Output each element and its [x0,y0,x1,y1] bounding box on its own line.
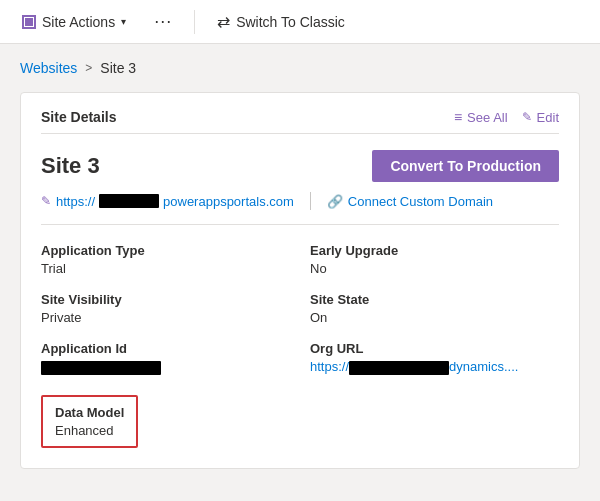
switch-icon: ⇄ [217,12,230,31]
switch-to-classic-label: Switch To Classic [236,14,345,30]
details-grid: Application Type Trial Early Upgrade No … [41,243,559,375]
application-type-value: Trial [41,261,290,276]
breadcrumb-parent[interactable]: Websites [20,60,77,76]
application-id-label: Application Id [41,341,290,356]
data-model-label: Data Model [55,405,124,420]
early-upgrade-label: Early Upgrade [310,243,559,258]
url-prefix: https:// [56,194,95,209]
card-title: Site Details [41,109,116,125]
early-upgrade-value: No [310,261,559,276]
early-upgrade-field: Early Upgrade No [310,243,559,276]
application-id-redacted [41,361,161,375]
site-name-row: Site 3 Convert To Production [41,150,559,182]
see-all-label: See All [467,110,507,125]
list-icon: ≡ [454,109,462,125]
nav-divider [194,10,195,34]
data-model-box: Data Model Enhanced [41,395,138,448]
site-details-card: Site Details ≡ See All ✎ Edit Site 3 Con… [20,92,580,469]
card-header: Site Details ≡ See All ✎ Edit [41,109,559,134]
url-section-divider [310,192,311,210]
org-url-field: Org URL https://dynamics.... [310,341,559,375]
breadcrumb-separator: > [85,61,92,75]
application-type-field: Application Type Trial [41,243,290,276]
application-type-label: Application Type [41,243,290,258]
site-visibility-field: Site Visibility Private [41,292,290,325]
application-id-value [41,359,290,375]
chevron-down-icon: ▾ [121,16,126,27]
pencil-icon: ✎ [522,110,532,124]
convert-to-production-button[interactable]: Convert To Production [372,150,559,182]
url-redacted [99,194,159,208]
custom-domain-label: Connect Custom Domain [348,194,493,209]
portal-url-section: ✎ https://powerappsportals.com [41,194,294,209]
org-url-suffix: dynamics.... [449,359,518,374]
card-actions: ≡ See All ✎ Edit [454,109,559,125]
site-name: Site 3 [41,153,100,179]
edit-button[interactable]: ✎ Edit [522,110,559,125]
org-url-value[interactable]: https://dynamics.... [310,359,559,375]
url-suffix: powerappsportals.com [163,194,294,209]
breadcrumb: Websites > Site 3 [0,44,600,84]
edit-label: Edit [537,110,559,125]
org-url-prefix: https:// [310,359,349,374]
main-content: Site Details ≡ See All ✎ Edit Site 3 Con… [0,84,600,489]
org-url-redacted [349,361,449,375]
checkbox-icon [22,15,36,29]
link-icon: 🔗 [327,194,343,209]
url-row: ✎ https://powerappsportals.com 🔗 Connect… [41,192,559,225]
site-state-field: Site State On [310,292,559,325]
site-visibility-label: Site Visibility [41,292,290,307]
more-options-button[interactable]: ··· [148,7,178,36]
site-state-label: Site State [310,292,559,307]
breadcrumb-current: Site 3 [100,60,136,76]
application-id-field: Application Id [41,341,290,375]
data-model-value: Enhanced [55,423,124,438]
site-actions-menu[interactable]: Site Actions ▾ [16,10,132,34]
switch-to-classic-button[interactable]: ⇄ Switch To Classic [211,8,351,35]
see-all-button[interactable]: ≡ See All [454,109,508,125]
site-actions-label: Site Actions [42,14,115,30]
connect-custom-domain-button[interactable]: 🔗 Connect Custom Domain [327,194,493,209]
top-nav: Site Actions ▾ ··· ⇄ Switch To Classic [0,0,600,44]
portal-url-link[interactable]: https://powerappsportals.com [56,194,294,209]
site-visibility-value: Private [41,310,290,325]
url-edit-icon: ✎ [41,194,51,208]
site-state-value: On [310,310,559,325]
org-url-label: Org URL [310,341,559,356]
data-model-section: Data Model Enhanced [41,391,559,448]
